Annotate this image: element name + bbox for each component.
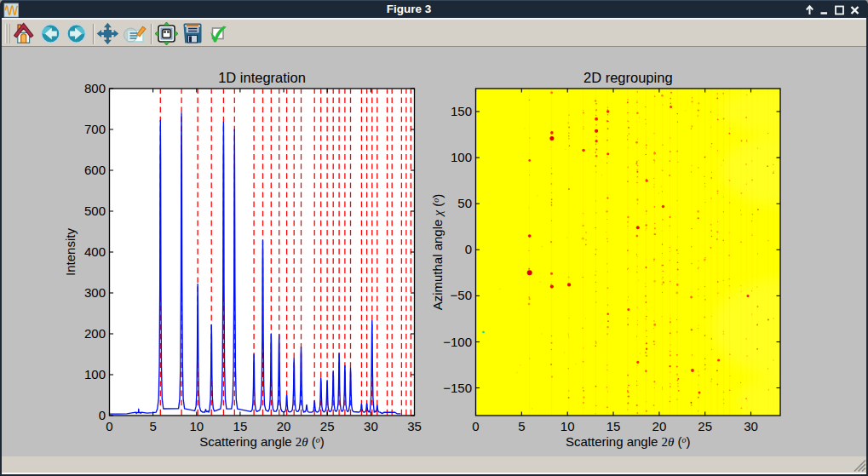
svg-text:Azimuthal angle χ (o): Azimuthal angle χ (o) [430, 194, 445, 311]
svg-text:0: 0 [472, 419, 479, 433]
svg-text:800: 800 [84, 81, 106, 95]
svg-text:0: 0 [465, 242, 472, 256]
svg-text:Scattering angle 2θ (o): Scattering angle 2θ (o) [199, 434, 325, 449]
svg-text:300: 300 [84, 285, 106, 300]
svg-text:−50: −50 [451, 288, 472, 302]
svg-text:20: 20 [652, 419, 667, 433]
svg-text:500: 500 [84, 204, 106, 218]
svg-text:0: 0 [99, 408, 106, 422]
svg-text:−100: −100 [443, 335, 472, 349]
svg-text:25: 25 [698, 419, 712, 433]
svg-text:35: 35 [407, 419, 422, 433]
svg-text:30: 30 [744, 419, 758, 433]
svg-text:200: 200 [84, 326, 106, 341]
svg-text:2D regrouping: 2D regrouping [583, 70, 673, 85]
svg-text:0: 0 [106, 419, 112, 433]
svg-text:700: 700 [84, 122, 106, 136]
svg-text:Intensity: Intensity [63, 228, 78, 276]
svg-text:100: 100 [84, 367, 106, 381]
svg-text:400: 400 [84, 244, 106, 259]
svg-text:15: 15 [233, 419, 248, 433]
svg-text:25: 25 [320, 419, 335, 433]
svg-text:5: 5 [149, 419, 156, 433]
svg-text:600: 600 [84, 163, 106, 177]
svg-text:100: 100 [451, 150, 472, 164]
svg-text:50: 50 [457, 196, 472, 210]
svg-text:5: 5 [518, 419, 525, 433]
svg-text:Scattering angle 2θ (o): Scattering angle 2θ (o) [566, 434, 691, 449]
svg-text:30: 30 [364, 419, 378, 433]
svg-text:10: 10 [189, 419, 204, 433]
svg-text:15: 15 [606, 419, 621, 433]
svg-text:150: 150 [451, 104, 472, 118]
svg-text:1D integration: 1D integration [218, 70, 306, 85]
svg-text:10: 10 [560, 419, 575, 433]
svg-text:20: 20 [277, 419, 291, 433]
svg-text:−150: −150 [443, 381, 472, 395]
